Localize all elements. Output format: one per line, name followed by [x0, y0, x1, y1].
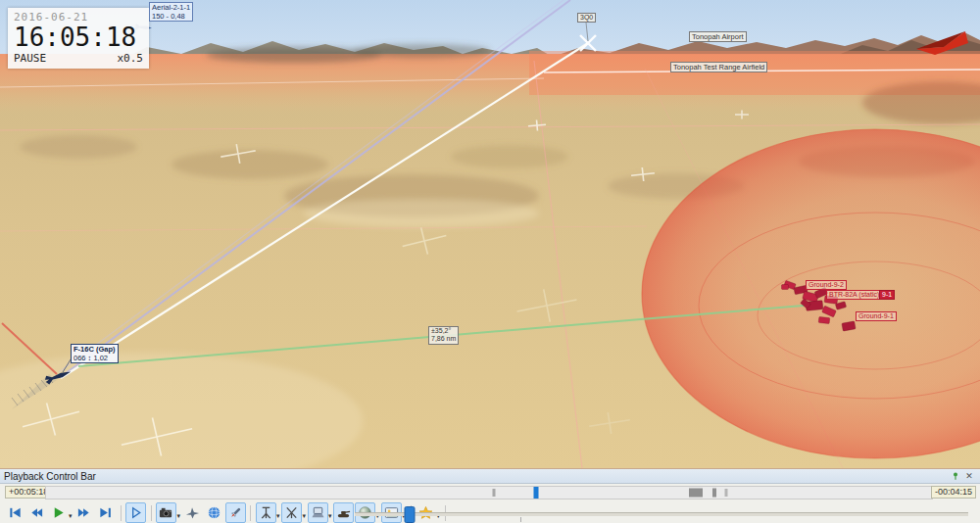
skip-to-start-button[interactable] — [5, 502, 25, 523]
clock-panel: 2016-06-21 16:05:18 PAUSE x0.5 — [8, 8, 149, 69]
speed-slider-thumb[interactable] — [405, 506, 416, 523]
step-forward-button[interactable] — [125, 502, 146, 523]
static-objects-filter-button[interactable] — [256, 502, 276, 523]
missile-view-button[interactable] — [225, 502, 246, 523]
skip-to-end-button[interactable] — [95, 502, 116, 523]
remaining-time: -00:04:15 — [931, 486, 976, 499]
btr-82a-badge[interactable]: 9-1 — [879, 290, 895, 300]
playback-bar-titlebar[interactable]: Playback Control Bar ✕ — [0, 469, 980, 484]
speed-slider-track[interactable] — [355, 512, 968, 516]
playback-bar-title: Playback Control Bar — [4, 471, 96, 482]
close-icon[interactable]: ✕ — [962, 471, 976, 482]
timeline-track[interactable] — [45, 486, 933, 499]
fast-forward-icon — [76, 505, 91, 520]
timeline-event-marker[interactable] — [689, 489, 703, 498]
tonopah-test-range-label[interactable]: Tonopah Test Range Airfield — [670, 62, 767, 72]
3d-scene-viewport[interactable]: 2016-06-21 16:05:18 PAUSE x0.5 Aerial-2-… — [0, 0, 980, 468]
timeline-row: +00:05:18 -00:04:15 — [0, 484, 980, 501]
timeline-event-marker[interactable] — [493, 489, 496, 497]
f16-object-label[interactable]: F-16C (Gap) 066 ↕ 1,02 — [71, 344, 119, 363]
btr-82a-label[interactable]: BTR-82A (static) — [826, 290, 882, 300]
tripod-icon — [259, 505, 273, 520]
globe-view-button[interactable] — [204, 502, 224, 523]
toolbar-separator — [151, 505, 152, 521]
antenna-icon — [284, 505, 299, 520]
f16-label-name: F-16C (Gap) — [74, 345, 116, 354]
ground-unit-label-bottom[interactable]: Ground-9-1 — [856, 311, 897, 321]
camera-mode-button[interactable] — [156, 502, 176, 523]
rocket-icon — [228, 505, 243, 520]
antenna-objects-filter-button[interactable] — [281, 502, 302, 523]
speed-slider[interactable] — [355, 501, 968, 523]
toolbar-separator — [121, 505, 122, 521]
play-icon — [51, 505, 66, 520]
globe-icon — [207, 505, 221, 520]
tacview-window: 2016-06-21 16:05:18 PAUSE x0.5 Aerial-2-… — [0, 0, 980, 523]
timeline-cursor[interactable] — [533, 487, 538, 499]
f16-label-data: 066 ↕ 1,02 — [74, 354, 116, 362]
tank-icon — [336, 505, 351, 520]
aerial-label-name: Aerial-2-1-1 — [152, 3, 190, 12]
terrain-canvas — [0, 0, 980, 468]
tonopah-airport-label[interactable]: Tonopah Airport — [689, 31, 747, 42]
step-play-icon — [128, 505, 143, 520]
aircraft-view-button[interactable] — [182, 502, 203, 523]
waypoint-label[interactable]: 3Q0 — [577, 13, 596, 23]
laptop-icon — [311, 505, 325, 520]
static-objects-filter-button-dropdown[interactable]: ▾ — [276, 506, 280, 520]
clock-state: PAUSE — [14, 52, 46, 65]
camera-mode-button-dropdown[interactable]: ▾ — [177, 506, 181, 520]
clock-speed: x0.5 — [118, 52, 144, 65]
distance-value: 7,86 nm — [431, 335, 456, 343]
fast-forward-button[interactable] — [74, 502, 94, 523]
ground-unit-label-top[interactable]: Ground-9-2 — [806, 280, 847, 290]
play-button[interactable] — [48, 502, 69, 523]
playback-toolbar: ▾▾▾▾▾▾▾▾ — [0, 501, 980, 523]
pin-icon[interactable] — [949, 471, 962, 482]
bearing-value: ±35,2° — [431, 327, 456, 335]
play-button-dropdown[interactable]: ▾ — [69, 506, 73, 520]
camera-icon — [159, 505, 173, 520]
speed-slider-tick — [520, 517, 521, 522]
antenna-objects-filter-button-dropdown[interactable]: ▾ — [303, 506, 307, 520]
toolbar-separator — [250, 505, 251, 521]
timeline-event-marker[interactable] — [712, 489, 716, 498]
clock-time: 16:05:18 — [14, 24, 143, 50]
jet-icon — [185, 505, 200, 520]
aerial-label-data: 150 - 0,48 — [152, 12, 190, 21]
ground-vehicles-filter-button[interactable] — [333, 502, 354, 523]
aerial-object-label[interactable]: Aerial-2-1-1 150 - 0,48 — [149, 2, 193, 22]
skip-start-icon — [8, 505, 23, 520]
labels-display-button-dropdown[interactable]: ▾ — [328, 506, 332, 520]
labels-display-button[interactable] — [308, 502, 328, 523]
ground-vehicle[interactable] — [818, 316, 830, 323]
rewind-icon — [29, 505, 44, 520]
skip-end-icon — [98, 505, 113, 520]
ground-vehicle[interactable] — [782, 285, 789, 290]
range-measurement-label: ±35,2° 7,86 nm — [428, 326, 459, 345]
rewind-button[interactable] — [26, 502, 47, 523]
timeline-event-marker[interactable] — [725, 489, 728, 497]
playback-control-bar: Playback Control Bar ✕ +00:05:18 -00:04:… — [0, 468, 980, 523]
